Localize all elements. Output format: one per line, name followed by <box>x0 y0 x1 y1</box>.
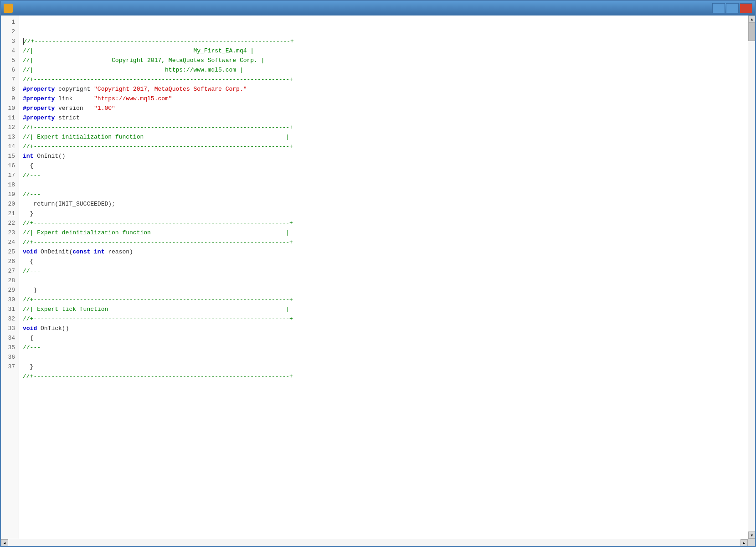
code-editor[interactable]: //+-------------------------------------… <box>19 15 748 539</box>
line-number: 37 <box>3 362 15 372</box>
line-number: 27 <box>3 266 15 276</box>
line-number: 23 <box>3 228 15 237</box>
code-line <box>23 276 744 285</box>
line-number: 36 <box>3 352 15 362</box>
line-number: 29 <box>3 285 15 295</box>
scroll-thumb-v[interactable] <box>748 23 755 41</box>
code-line: //| Expert tick function | <box>23 304 744 314</box>
code-line: //--- <box>23 266 744 276</box>
line-number: 6 <box>3 65 15 75</box>
code-line: #property copyright "Copyright 2017, Met… <box>23 84 744 94</box>
code-line <box>23 381 744 391</box>
line-number: 22 <box>3 218 15 228</box>
code-line: //| My_First_EA.mq4 | <box>23 46 744 56</box>
line-number: 9 <box>3 94 15 103</box>
line-number: 31 <box>3 304 15 314</box>
line-number: 21 <box>3 209 15 218</box>
code-line: return(INIT_SUCCEEDED); <box>23 199 744 209</box>
title-bar <box>1 1 755 15</box>
code-line: //+-------------------------------------… <box>23 36 744 46</box>
line-number: 33 <box>3 324 15 333</box>
line-number: 32 <box>3 314 15 324</box>
line-number: 26 <box>3 257 15 266</box>
line-number: 3 <box>3 36 15 46</box>
vertical-scrollbar[interactable]: ▲ ▼ <box>748 15 755 539</box>
title-bar-left <box>4 4 13 13</box>
window-controls <box>712 3 752 13</box>
line-number: 34 <box>3 333 15 343</box>
line-number: 8 <box>3 84 15 94</box>
line-number: 11 <box>3 113 15 123</box>
line-number: 5 <box>3 56 15 65</box>
code-line: //--- <box>23 343 744 352</box>
line-number: 16 <box>3 161 15 170</box>
line-number: 14 <box>3 142 15 151</box>
close-button[interactable] <box>740 3 752 13</box>
line-number: 18 <box>3 180 15 190</box>
maximize-button[interactable] <box>726 3 739 13</box>
scroll-track-h[interactable] <box>8 539 741 546</box>
line-number: 19 <box>3 190 15 199</box>
scroll-right-button[interactable]: ▶ <box>741 539 748 547</box>
code-line: int OnInit() <box>23 151 744 161</box>
line-number: 35 <box>3 343 15 352</box>
code-line: #property strict <box>23 113 744 123</box>
line-number: 7 <box>3 75 15 84</box>
line-number: 17 <box>3 170 15 180</box>
line-numbers: 1234567891011121314151617181920212223242… <box>1 15 19 539</box>
code-line: //| https://www.mql5.com | <box>23 65 744 75</box>
line-number: 12 <box>3 123 15 132</box>
scroll-track-v[interactable] <box>748 23 755 532</box>
code-line: //+-------------------------------------… <box>23 372 744 381</box>
app-icon <box>4 4 13 13</box>
line-number: 13 <box>3 132 15 142</box>
line-number: 1 <box>3 17 15 27</box>
code-line: void OnTick() <box>23 324 744 333</box>
code-line: //| Copyright 2017, MetaQuotes Software … <box>23 56 744 65</box>
line-number: 15 <box>3 151 15 161</box>
code-line <box>23 180 744 190</box>
code-line: } <box>23 362 744 372</box>
code-line: #property link "https://www.mql5.com" <box>23 94 744 103</box>
scroll-up-button[interactable]: ▲ <box>748 15 755 23</box>
code-line: } <box>23 285 744 295</box>
code-line: //--- <box>23 190 744 199</box>
code-line: //| Expert deinitialization function | <box>23 228 744 237</box>
line-number: 4 <box>3 46 15 56</box>
line-number: 2 <box>3 27 15 36</box>
code-line: { <box>23 257 744 266</box>
code-line: //+-------------------------------------… <box>23 142 744 151</box>
code-line: //+-------------------------------------… <box>23 314 744 324</box>
line-number: 10 <box>3 103 15 113</box>
code-line: //| Expert initialization function | <box>23 132 744 142</box>
code-line: //--- <box>23 170 744 180</box>
minimize-button[interactable] <box>712 3 725 13</box>
line-number: 25 <box>3 247 15 257</box>
code-line: { <box>23 161 744 170</box>
editor-area: 1234567891011121314151617181920212223242… <box>1 15 755 539</box>
code-line: #property version "1.00" <box>23 103 744 113</box>
code-line: //+-------------------------------------… <box>23 295 744 304</box>
scrollbar-corner <box>748 539 755 547</box>
code-line <box>23 352 744 362</box>
horizontal-scrollbar[interactable]: ◀ ▶ <box>1 539 755 546</box>
code-line: } <box>23 209 744 218</box>
code-line: { <box>23 333 744 343</box>
line-number: 28 <box>3 276 15 285</box>
line-number: 20 <box>3 199 15 209</box>
code-line: //+-------------------------------------… <box>23 237 744 247</box>
code-line: //+-------------------------------------… <box>23 75 744 84</box>
line-number: 30 <box>3 295 15 304</box>
code-line: void OnDeinit(const int reason) <box>23 247 744 257</box>
code-line: //+-------------------------------------… <box>23 123 744 132</box>
main-window: 1234567891011121314151617181920212223242… <box>0 0 756 547</box>
scroll-down-button[interactable]: ▼ <box>748 532 755 539</box>
code-line: //+-------------------------------------… <box>23 218 744 228</box>
line-number: 24 <box>3 237 15 247</box>
scroll-left-button[interactable]: ◀ <box>1 539 8 547</box>
